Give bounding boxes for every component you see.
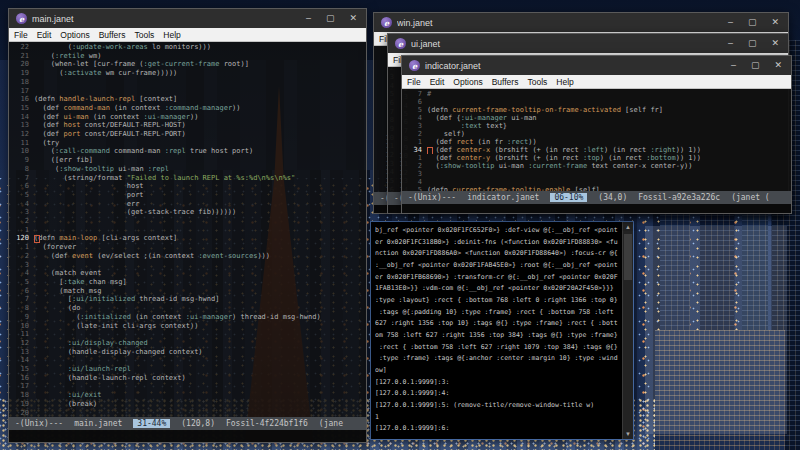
line-number: 22 [9, 43, 34, 52]
maximize-button[interactable]: ▢ [751, 61, 760, 70]
menu-item-options[interactable]: Options [453, 77, 482, 87]
maximize-button[interactable]: ▢ [326, 14, 335, 23]
code-text: (:show-tooltip ui-man :current-frame tex… [427, 162, 791, 170]
code-text: (:initialized (in context :ui-manager) t… [34, 313, 366, 322]
code-text: host [34, 182, 366, 191]
code-text: :ui/launch-repl [34, 365, 366, 374]
code-line: 34 (def center-x (brshift (+ (in rect :l… [402, 146, 791, 154]
code-text [34, 261, 366, 270]
code-text: (late-init cli-args context)) [34, 322, 366, 331]
code-line: 20 (when-let [cur-frame (:get-current-fr… [9, 60, 366, 69]
menu-item-help[interactable]: Help [556, 77, 573, 87]
code-line: 1 (forever [9, 243, 366, 252]
code-line: 10 (late-init cli-args context)) [9, 322, 366, 331]
code-text: (match event [34, 269, 366, 278]
scroll-down-icon[interactable]: ▼ [625, 429, 631, 439]
code-line: 14 [9, 356, 366, 365]
code-line: 1 (def rect (in fr :rect)) [402, 138, 791, 146]
line-number: 7 [402, 90, 427, 98]
code-text: err [34, 200, 366, 209]
title-bar[interactable]: e main.janet – ▢ ✕ [9, 9, 366, 28]
line-number: 3 [402, 170, 427, 178]
line-number: 7 [9, 174, 34, 183]
mode-line-buffer-name: indicator.janet [467, 193, 539, 202]
menu-item-help[interactable]: Help [163, 30, 180, 40]
close-button[interactable]: ✕ [774, 61, 782, 70]
window-indicator-janet[interactable]: e indicator.janet – ▢ ✕ FileEditOptionsB… [401, 55, 792, 214]
code-text: (do [34, 304, 366, 313]
line-number: 1 [9, 243, 34, 252]
code-line: 7 (string/format "Failed to launch REPL … [9, 174, 366, 183]
code-area[interactable]: 7#65(defn current-frame-tooltip-on-frame… [402, 89, 791, 191]
minimize-button[interactable]: – [728, 18, 733, 27]
scrollbar-thumb[interactable] [624, 234, 632, 280]
code-text: # [427, 90, 791, 98]
mode-line: -(Unix)--- main.janet 31-44% (120,8) Fos… [9, 417, 366, 430]
code-text [34, 330, 366, 339]
menu-item-buffers[interactable]: Buffers [99, 30, 126, 40]
close-button[interactable]: ✕ [771, 18, 779, 27]
line-number: 4 [402, 178, 427, 186]
menu-item-file[interactable]: File [14, 30, 28, 40]
code-text: :ui/exit [34, 391, 366, 400]
code-text [34, 226, 366, 235]
code-text: (when-let [cur-frame (:get-current-frame… [34, 60, 366, 69]
line-number: 19 [9, 69, 34, 78]
code-line: 6 [402, 98, 791, 106]
code-text: (def ui-man (in context :ui-manager)) [34, 113, 366, 122]
close-button[interactable]: ✕ [771, 39, 779, 48]
line-number: 9 [9, 156, 34, 165]
code-line: 3 [9, 261, 366, 270]
code-text: (:call-command command-man :repl true ho… [34, 147, 366, 156]
line-number: 18 [9, 78, 34, 87]
code-text: (def center-x (brshift (+ (in rect :left… [427, 146, 791, 154]
line-number: 2 [402, 162, 427, 170]
menu-item-tools[interactable]: Tools [527, 77, 547, 87]
close-button[interactable]: ✕ [349, 14, 357, 23]
maximize-button[interactable]: ▢ [748, 39, 757, 48]
line-number: 7 [9, 295, 34, 304]
menu-item-edit[interactable]: Edit [37, 30, 52, 40]
minimize-button[interactable]: – [731, 61, 736, 70]
code-line: 22 (:update-work-areas lo monitors))) [9, 43, 366, 52]
repl-console-window[interactable]: bj_ref <pointer 0x020F1FC652F0>} :def-vi… [370, 221, 634, 440]
mode-line-line-column: (120,8) [181, 419, 215, 428]
minimize-button[interactable]: – [728, 39, 733, 48]
console-line: er 0x020F1FB68690>} :transform-cr @{:__o… [375, 272, 621, 284]
text-cursor [34, 235, 40, 243]
maximize-button[interactable]: ▢ [748, 18, 757, 27]
line-number: 8 [9, 304, 34, 313]
title-bar[interactable]: e ui.janet – ▢ ✕ [388, 34, 788, 53]
menu-item-options[interactable]: Options [60, 30, 89, 40]
menu-item-edit[interactable]: Edit [430, 77, 445, 87]
line-number: 14 [9, 356, 34, 365]
menu-item-file[interactable]: File [407, 77, 421, 87]
code-line: 14 (def ui-man (in context :ui-manager)) [9, 113, 366, 122]
title-bar[interactable]: e win.janet – ▢ ✕ [374, 13, 788, 32]
line-number: 13 [9, 348, 34, 357]
code-text: (defn handle-launch-repl [context] [34, 95, 366, 104]
window-title: win.janet [397, 18, 723, 28]
line-number: 2 [9, 217, 34, 226]
code-line: 2 (:show-tooltip ui-man :current-frame t… [402, 162, 791, 170]
window-main-janet[interactable]: e main.janet – ▢ ✕ FileEditOptionsBuffer… [8, 8, 367, 443]
code-line: 13 (handle-display-changed context) [9, 348, 366, 357]
title-bar[interactable]: e indicator.janet – ▢ ✕ [402, 56, 791, 75]
console-line: :type :frame} :tags @{:anchor :center :m… [375, 353, 621, 365]
code-text [34, 87, 366, 96]
code-line: 18 [9, 78, 366, 87]
window-title: main.janet [32, 14, 301, 24]
console-line: :__obj_ref <pointer 0x020F1FAB45E0>} :ro… [375, 260, 621, 272]
code-line: 2 (def event (ev/select ;(in context :ev… [9, 252, 366, 261]
code-area[interactable]: 22 (:update-work-areas lo monitors)))21 … [9, 42, 366, 417]
scroll-up-icon[interactable]: ▲ [625, 222, 631, 232]
menu-item-buffers[interactable]: Buffers [492, 77, 519, 87]
code-text: (handle-launch-repl context) [34, 374, 366, 383]
code-text: (def {:ui-manager ui-man [427, 114, 791, 122]
code-text: ([err fib] [34, 156, 366, 165]
console-output[interactable]: bj_ref <pointer 0x020F1FC652F0>} :def-vi… [375, 223, 621, 438]
code-line: 5(defn current-frame-tooltip-enable [sel… [402, 186, 791, 191]
minimize-button[interactable]: – [306, 14, 311, 23]
menu-item-tools[interactable]: Tools [134, 30, 154, 40]
code-text: (break) [34, 400, 366, 409]
